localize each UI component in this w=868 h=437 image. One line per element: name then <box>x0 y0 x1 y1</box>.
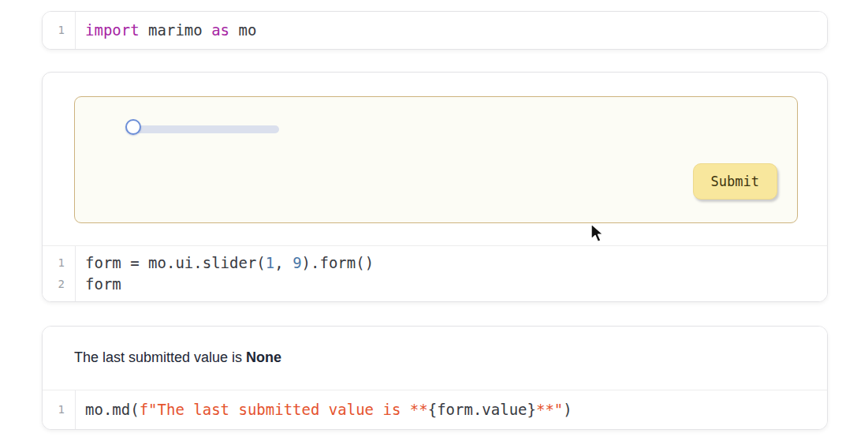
code-lines[interactable]: import marimo as mo <box>76 12 827 49</box>
markdown-text: The last submitted value is None <box>43 327 827 390</box>
code-lines[interactable]: mo.md(f"The last submitted value is **{f… <box>76 390 827 429</box>
slider-thumb[interactable] <box>125 119 141 135</box>
slider[interactable] <box>127 119 279 139</box>
submit-row: Submit <box>75 163 777 200</box>
form-container: Submit <box>74 96 798 223</box>
code-editor[interactable]: 1 mo.md(f"The last submitted value is **… <box>43 390 827 429</box>
cell-output: Submit <box>43 96 827 223</box>
cell-markdown: The last submitted value is None 1 mo.md… <box>42 326 828 430</box>
cell-form: Submit 1 2 form = mo.ui.slider(1, 9).for… <box>42 72 828 302</box>
line-number: 1 <box>58 20 75 41</box>
code-line[interactable]: import marimo as mo <box>85 20 827 41</box>
code-editor[interactable]: 1 2 form = mo.ui.slider(1, 9).form() for… <box>43 245 827 301</box>
submit-button[interactable]: Submit <box>693 163 777 200</box>
code-line[interactable]: form <box>85 274 827 295</box>
code-lines[interactable]: form = mo.ui.slider(1, 9).form() form <box>76 246 827 301</box>
code-line[interactable]: form = mo.ui.slider(1, 9).form() <box>85 252 827 274</box>
line-number: 1 <box>58 252 75 274</box>
line-number-gutter: 1 <box>43 12 76 49</box>
code-line[interactable]: mo.md(f"The last submitted value is **{f… <box>85 399 827 420</box>
line-number: 1 <box>58 399 75 420</box>
notebook: 1 import marimo as mo Submit 1 2 <box>42 11 828 430</box>
cell-output: The last submitted value is None <box>43 327 827 390</box>
line-number: 2 <box>58 274 75 295</box>
line-number-gutter: 1 <box>43 390 76 429</box>
line-number-gutter: 1 2 <box>43 246 76 301</box>
cell-import: 1 import marimo as mo <box>42 11 828 50</box>
code-editor[interactable]: 1 import marimo as mo <box>43 12 827 49</box>
slider-track[interactable] <box>127 125 279 133</box>
